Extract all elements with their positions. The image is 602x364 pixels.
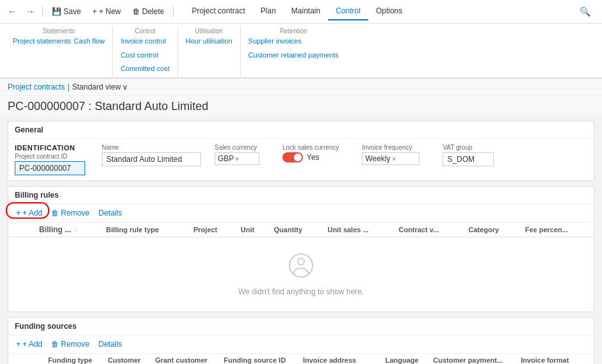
col-language: Language	[380, 354, 428, 364]
col-quantity: Quantity	[269, 223, 323, 237]
funding-add-label: + Add	[22, 340, 42, 349]
new-button[interactable]: + + New	[88, 5, 124, 18]
invoice-frequency-group: Invoice frequency Weekly ∨	[362, 144, 419, 165]
col-grant-customer: Grant customer	[150, 354, 218, 364]
ribbon-link-supplier-invoices[interactable]: Supplier invoices	[248, 36, 339, 47]
identification-group: IDENTIFICATION Project contract ID	[15, 144, 92, 175]
project-contract-id-label: Project contract ID	[15, 153, 92, 160]
nav-project-contract[interactable]: Project contract	[184, 3, 252, 20]
billing-add-label: + Add	[22, 209, 42, 218]
billing-rules-header: Billing rules	[8, 187, 594, 204]
plus-icon: +	[16, 209, 20, 218]
col-refresh-fs	[26, 354, 43, 364]
ribbon-group-statements: Statements Project statements Cash flow	[5, 26, 113, 77]
back-button[interactable]: ←	[5, 5, 19, 18]
sales-currency-group: Sales currency GBP ∨	[215, 144, 259, 165]
ribbon-link-invoice-control[interactable]: Invoice control	[120, 36, 169, 47]
page-title-area: PC-000000007 : Standard Auto Limited	[0, 96, 602, 116]
ribbon-link-hour-utilisation[interactable]: Hour utilisation	[186, 36, 232, 47]
nav-options[interactable]: Options	[368, 3, 410, 20]
page-title: PC-000000007 : Standard Auto Limited	[8, 100, 594, 113]
ribbon-items-statements: Project statements Cash flow	[13, 36, 104, 47]
billing-rules-card: Billing rules + + Add 🗑 Remove Details	[8, 186, 594, 312]
breadcrumb-link[interactable]: Project contracts	[8, 83, 65, 91]
col-billing: Billing ... ↑	[34, 223, 101, 237]
col-category: Category	[464, 223, 520, 237]
forward-button[interactable]: →	[23, 5, 37, 18]
toggle-label: Yes	[307, 153, 320, 162]
search-icon[interactable]: 🔍	[573, 3, 597, 20]
toolbar-separator-2	[173, 6, 174, 17]
billing-rules-table-container: Billing ... ↑ Billing rule type Project …	[8, 223, 594, 312]
toggle-switch[interactable]	[282, 152, 303, 162]
ribbon-group-utilisation: Utilisation Hour utilisation	[178, 26, 241, 77]
name-input[interactable]	[102, 152, 201, 166]
lock-sales-currency-toggle[interactable]: Yes	[282, 152, 339, 162]
funding-add-button[interactable]: + + Add	[13, 338, 45, 350]
funding-details-button[interactable]: Details	[96, 338, 125, 350]
breadcrumb-separator: |	[67, 83, 69, 91]
invoice-frequency-select[interactable]: Weekly ∨	[362, 152, 419, 165]
lock-sales-currency-label: Lock sales currency	[282, 144, 339, 151]
nav-control[interactable]: Control	[328, 3, 368, 20]
col-unit: Unit	[236, 223, 269, 237]
sales-currency-select[interactable]: GBP ∨	[215, 152, 259, 165]
billing-rules-actions: + + Add 🗑 Remove Details	[8, 204, 594, 223]
col-invoice-address: Invoice address	[298, 354, 380, 364]
ribbon-link-committed-cost[interactable]: Committed cost	[120, 63, 169, 75]
sales-currency-value: GBP	[218, 154, 234, 163]
invoice-frequency-value: Weekly	[365, 154, 390, 163]
ribbon-link-cash-flow[interactable]: Cash flow	[74, 36, 104, 47]
toolbar-separator	[42, 6, 43, 17]
save-button[interactable]: 💾 Save	[48, 5, 85, 18]
new-icon: +	[92, 7, 97, 16]
main-nav: Project contract Plan Maintain Control O…	[179, 3, 415, 20]
name-group: Name	[102, 144, 204, 166]
col-radio-fs	[8, 354, 26, 364]
remove-icon: 🗑	[51, 209, 59, 218]
ribbon-link-cost-control[interactable]: Cost control	[120, 50, 169, 61]
billing-add-button[interactable]: + + Add	[13, 207, 45, 219]
toolbar-top: ← → 💾 Save + + New 🗑 Delete Project cont…	[0, 0, 602, 24]
vat-group-input[interactable]	[443, 152, 494, 166]
name-label: Name	[102, 144, 204, 151]
empty-state-icon	[288, 253, 314, 283]
ribbon-link-project-statements[interactable]: Project statements	[13, 36, 71, 47]
invoice-frequency-label: Invoice frequency	[362, 144, 419, 151]
ribbon-group-retention: Retention Supplier invoices Customer ret…	[241, 26, 346, 77]
ribbon-link-customer-retained[interactable]: Customer retained payments	[248, 50, 339, 61]
chevron-down-icon-2: ∨	[392, 155, 396, 162]
sales-currency-label: Sales currency	[215, 144, 259, 151]
ribbon-group-title-retention: Retention	[248, 28, 339, 35]
ribbon-items-control: Invoice control Cost control Committed c…	[120, 36, 169, 75]
toolbar: ← → 💾 Save + + New 🗑 Delete Project cont…	[0, 0, 602, 79]
col-radio	[8, 223, 21, 237]
funding-remove-button[interactable]: 🗑 Remove	[49, 338, 92, 350]
funding-sources-card: Funding sources + + Add 🗑 Remove Details	[8, 317, 594, 364]
nav-plan[interactable]: Plan	[253, 3, 284, 20]
delete-button[interactable]: 🗑 Delete	[129, 5, 168, 18]
breadcrumb: Project contracts | Standard view ∨	[0, 79, 602, 96]
col-contract-v: Contract v...	[393, 223, 463, 237]
view-selector[interactable]: Standard view ∨	[72, 83, 128, 91]
general-card: General IDENTIFICATION Project contract …	[8, 121, 594, 181]
billing-remove-button[interactable]: 🗑 Remove	[49, 207, 92, 219]
funding-sources-header: Funding sources	[8, 318, 594, 335]
delete-label: Delete	[142, 7, 165, 16]
funding-remove-label: Remove	[61, 340, 90, 349]
ribbon: Statements Project statements Cash flow …	[0, 24, 602, 78]
funding-sources-table-container: Funding type Customer Grant customer Fun…	[8, 354, 594, 364]
vat-group-label: VAT group	[443, 144, 494, 151]
chevron-down-icon: ∨	[235, 155, 240, 162]
col-unit-sales: Unit sales ...	[322, 223, 393, 237]
project-contract-id-input[interactable]	[15, 161, 85, 175]
billing-details-button[interactable]: Details	[96, 207, 125, 219]
ribbon-items-utilisation: Hour utilisation	[186, 36, 232, 47]
identification-label: IDENTIFICATION	[15, 144, 92, 152]
plus-icon-2: +	[16, 340, 20, 349]
sort-icon: ↑	[74, 227, 77, 233]
col-billing-rule-type: Billing rule type	[101, 223, 188, 237]
nav-maintain[interactable]: Maintain	[284, 3, 328, 20]
empty-state-message: We didn't find anything to show here.	[238, 287, 364, 296]
chevron-down-icon: ∨	[122, 83, 128, 91]
